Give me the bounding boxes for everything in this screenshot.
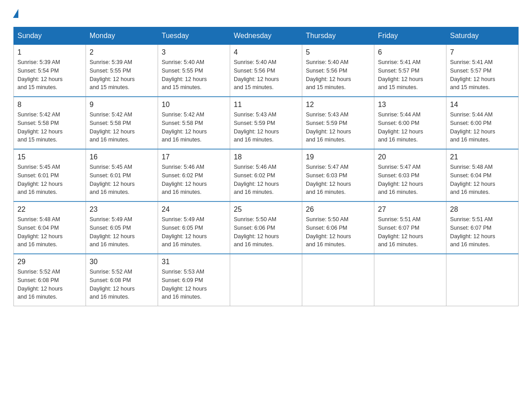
day-info: Sunrise: 5:39 AMSunset: 5:55 PMDaylight:… — [90, 58, 154, 92]
day-number: 11 — [234, 101, 298, 109]
day-number: 25 — [234, 206, 298, 214]
day-number: 27 — [378, 206, 442, 214]
calendar-cell: 11 Sunrise: 5:43 AMSunset: 5:59 PMDaylig… — [230, 97, 302, 149]
column-header-sunday: Sunday — [14, 27, 86, 45]
calendar-cell: 23 Sunrise: 5:49 AMSunset: 6:05 PMDaylig… — [86, 201, 158, 254]
day-info: Sunrise: 5:43 AMSunset: 5:59 PMDaylight:… — [306, 111, 370, 144]
calendar-cell: 16 Sunrise: 5:45 AMSunset: 6:01 PMDaylig… — [86, 149, 158, 201]
day-number: 23 — [90, 206, 154, 214]
day-info: Sunrise: 5:47 AMSunset: 6:03 PMDaylight:… — [306, 163, 370, 197]
day-number: 29 — [17, 258, 82, 266]
day-number: 3 — [162, 48, 226, 56]
day-number: 26 — [306, 206, 370, 214]
calendar-cell — [374, 254, 446, 306]
day-number: 15 — [17, 153, 82, 161]
calendar-cell: 4 Sunrise: 5:40 AMSunset: 5:56 PMDayligh… — [230, 45, 302, 97]
logo-area — [13, 9, 18, 18]
calendar-cell — [302, 254, 374, 306]
calendar-cell: 12 Sunrise: 5:43 AMSunset: 5:59 PMDaylig… — [302, 97, 374, 149]
day-number: 17 — [162, 153, 226, 161]
calendar-week-row: 8 Sunrise: 5:42 AMSunset: 5:58 PMDayligh… — [14, 97, 519, 149]
calendar-cell: 7 Sunrise: 5:41 AMSunset: 5:57 PMDayligh… — [446, 45, 519, 97]
day-number: 21 — [450, 153, 515, 161]
day-info: Sunrise: 5:45 AMSunset: 6:01 PMDaylight:… — [17, 163, 82, 197]
day-number: 18 — [234, 153, 298, 161]
calendar-week-row: 29 Sunrise: 5:52 AMSunset: 6:08 PMDaylig… — [14, 254, 519, 306]
day-number: 9 — [90, 101, 154, 109]
page-header — [13, 9, 519, 18]
calendar-cell: 29 Sunrise: 5:52 AMSunset: 6:08 PMDaylig… — [14, 254, 86, 306]
day-info: Sunrise: 5:48 AMSunset: 6:04 PMDaylight:… — [17, 215, 82, 249]
day-info: Sunrise: 5:50 AMSunset: 6:06 PMDaylight:… — [234, 215, 298, 249]
day-number: 10 — [162, 101, 226, 109]
day-number: 22 — [17, 206, 82, 214]
calendar-cell: 24 Sunrise: 5:49 AMSunset: 6:05 PMDaylig… — [158, 201, 230, 254]
column-header-friday: Friday — [374, 27, 446, 45]
calendar-cell: 8 Sunrise: 5:42 AMSunset: 5:58 PMDayligh… — [14, 97, 86, 149]
calendar-cell: 10 Sunrise: 5:42 AMSunset: 5:58 PMDaylig… — [158, 97, 230, 149]
day-info: Sunrise: 5:40 AMSunset: 5:56 PMDaylight:… — [234, 58, 298, 92]
calendar-table: SundayMondayTuesdayWednesdayThursdayFrid… — [13, 27, 519, 306]
day-info: Sunrise: 5:49 AMSunset: 6:05 PMDaylight:… — [162, 215, 226, 249]
day-number: 1 — [17, 48, 82, 56]
day-number: 16 — [90, 153, 154, 161]
day-number: 14 — [450, 101, 515, 109]
calendar-cell: 2 Sunrise: 5:39 AMSunset: 5:55 PMDayligh… — [86, 45, 158, 97]
day-info: Sunrise: 5:47 AMSunset: 6:03 PMDaylight:… — [378, 163, 442, 197]
calendar-cell: 25 Sunrise: 5:50 AMSunset: 6:06 PMDaylig… — [230, 201, 302, 254]
day-info: Sunrise: 5:46 AMSunset: 6:02 PMDaylight:… — [234, 163, 298, 197]
day-info: Sunrise: 5:49 AMSunset: 6:05 PMDaylight:… — [90, 215, 154, 249]
day-info: Sunrise: 5:42 AMSunset: 5:58 PMDaylight:… — [17, 111, 82, 144]
calendar-cell: 30 Sunrise: 5:52 AMSunset: 6:08 PMDaylig… — [86, 254, 158, 306]
day-info: Sunrise: 5:52 AMSunset: 6:08 PMDaylight:… — [17, 268, 82, 301]
day-info: Sunrise: 5:51 AMSunset: 6:07 PMDaylight:… — [450, 215, 515, 249]
calendar-cell: 26 Sunrise: 5:50 AMSunset: 6:06 PMDaylig… — [302, 201, 374, 254]
calendar-cell: 15 Sunrise: 5:45 AMSunset: 6:01 PMDaylig… — [14, 149, 86, 201]
calendar-cell: 5 Sunrise: 5:40 AMSunset: 5:56 PMDayligh… — [302, 45, 374, 97]
calendar-cell: 1 Sunrise: 5:39 AMSunset: 5:54 PMDayligh… — [14, 45, 86, 97]
day-info: Sunrise: 5:41 AMSunset: 5:57 PMDaylight:… — [450, 58, 515, 92]
calendar-week-row: 15 Sunrise: 5:45 AMSunset: 6:01 PMDaylig… — [14, 149, 519, 201]
day-number: 19 — [306, 153, 370, 161]
day-number: 2 — [90, 48, 154, 56]
day-number: 5 — [306, 48, 370, 56]
day-info: Sunrise: 5:50 AMSunset: 6:06 PMDaylight:… — [306, 215, 370, 249]
day-number: 7 — [450, 48, 515, 56]
day-number: 28 — [450, 206, 515, 214]
day-info: Sunrise: 5:40 AMSunset: 5:56 PMDaylight:… — [306, 58, 370, 92]
calendar-cell: 18 Sunrise: 5:46 AMSunset: 6:02 PMDaylig… — [230, 149, 302, 201]
day-info: Sunrise: 5:44 AMSunset: 6:00 PMDaylight:… — [450, 111, 515, 144]
calendar-cell: 14 Sunrise: 5:44 AMSunset: 6:00 PMDaylig… — [446, 97, 519, 149]
calendar-cell: 19 Sunrise: 5:47 AMSunset: 6:03 PMDaylig… — [302, 149, 374, 201]
column-header-monday: Monday — [86, 27, 158, 45]
column-header-wednesday: Wednesday — [230, 27, 302, 45]
calendar-cell: 27 Sunrise: 5:51 AMSunset: 6:07 PMDaylig… — [374, 201, 446, 254]
calendar-cell: 31 Sunrise: 5:53 AMSunset: 6:09 PMDaylig… — [158, 254, 230, 306]
calendar-header-row: SundayMondayTuesdayWednesdayThursdayFrid… — [14, 27, 519, 45]
column-header-thursday: Thursday — [302, 27, 374, 45]
calendar-cell — [446, 254, 519, 306]
day-info: Sunrise: 5:42 AMSunset: 5:58 PMDaylight:… — [90, 111, 154, 144]
calendar-cell: 28 Sunrise: 5:51 AMSunset: 6:07 PMDaylig… — [446, 201, 519, 254]
column-header-saturday: Saturday — [446, 27, 519, 45]
day-info: Sunrise: 5:44 AMSunset: 6:00 PMDaylight:… — [378, 111, 442, 144]
day-info: Sunrise: 5:53 AMSunset: 6:09 PMDaylight:… — [162, 268, 226, 301]
calendar-week-row: 1 Sunrise: 5:39 AMSunset: 5:54 PMDayligh… — [14, 45, 519, 97]
calendar-cell: 17 Sunrise: 5:46 AMSunset: 6:02 PMDaylig… — [158, 149, 230, 201]
day-info: Sunrise: 5:42 AMSunset: 5:58 PMDaylight:… — [162, 111, 226, 144]
day-number: 8 — [17, 101, 82, 109]
day-info: Sunrise: 5:40 AMSunset: 5:55 PMDaylight:… — [162, 58, 226, 92]
day-info: Sunrise: 5:45 AMSunset: 6:01 PMDaylight:… — [90, 163, 154, 197]
day-info: Sunrise: 5:41 AMSunset: 5:57 PMDaylight:… — [378, 58, 442, 92]
calendar-week-row: 22 Sunrise: 5:48 AMSunset: 6:04 PMDaylig… — [14, 201, 519, 254]
calendar-cell: 13 Sunrise: 5:44 AMSunset: 6:00 PMDaylig… — [374, 97, 446, 149]
day-number: 6 — [378, 48, 442, 56]
logo-triangle-icon — [13, 9, 18, 18]
calendar-cell: 20 Sunrise: 5:47 AMSunset: 6:03 PMDaylig… — [374, 149, 446, 201]
day-info: Sunrise: 5:43 AMSunset: 5:59 PMDaylight:… — [234, 111, 298, 144]
day-info: Sunrise: 5:39 AMSunset: 5:54 PMDaylight:… — [17, 58, 82, 92]
day-info: Sunrise: 5:46 AMSunset: 6:02 PMDaylight:… — [162, 163, 226, 197]
day-number: 31 — [162, 258, 226, 266]
column-header-tuesday: Tuesday — [158, 27, 230, 45]
day-number: 12 — [306, 101, 370, 109]
